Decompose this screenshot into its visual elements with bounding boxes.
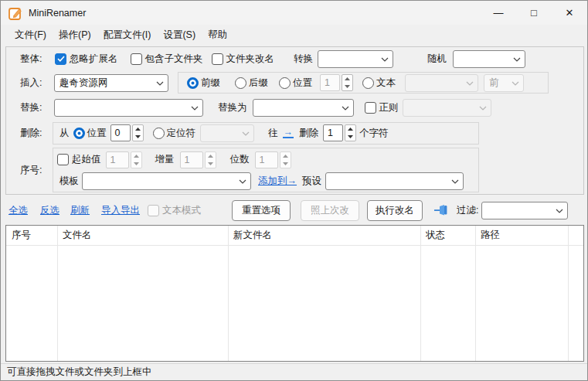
file-table[interactable]: 序号 文件名 新文件名 状态 路径 — [5, 225, 584, 362]
add-to-link[interactable]: 添加到→ — [258, 175, 297, 188]
folder-rename-checkbox[interactable]: 文件夹改名 — [212, 53, 275, 66]
spinner-down-icon[interactable] — [342, 83, 352, 90]
column-header-filename[interactable]: 文件名 — [57, 229, 228, 242]
row-delete: 删除: 从 位置 0 定位符 — [6, 120, 583, 146]
radio-icon — [235, 77, 246, 89]
chevron-down-icon — [513, 57, 521, 62]
insert-custom-text-combo — [405, 74, 478, 92]
chevron-down-icon — [512, 81, 519, 86]
prefix-radio[interactable]: 前缀 — [187, 77, 220, 90]
checkbox-label: 起始值 — [72, 153, 101, 166]
invert-selection-link[interactable]: 反选 — [40, 204, 59, 217]
regex-checkbox[interactable]: 正则 — [365, 101, 399, 114]
preset-label: 预设 — [302, 175, 321, 188]
radio-label: 位置 — [87, 127, 107, 140]
delete-count-stepper[interactable] — [345, 124, 356, 141]
file-list-drop-area[interactable] — [6, 246, 583, 361]
pin-icon[interactable] — [434, 204, 450, 216]
row-overall: 整体: 忽略扩展名 包含子文件夹 文件夹改名 转换 随机 — [6, 47, 583, 70]
random-select[interactable] — [453, 50, 525, 68]
digits-input: 1 — [255, 151, 278, 168]
column-header-path[interactable]: 路径 — [475, 229, 568, 242]
insert-direction-select: 前 — [484, 74, 524, 92]
insert-text-combo[interactable]: 趣奇资源网 — [54, 74, 168, 92]
text-radio[interactable]: 文本 — [362, 77, 396, 90]
replace-with-combo[interactable] — [253, 99, 354, 117]
delete-position-radio[interactable]: 位置 — [73, 127, 107, 140]
start-value-checkbox[interactable]: 起始值 — [57, 153, 101, 166]
replace-find-combo[interactable] — [54, 99, 203, 117]
serial-options-group: 起始值 1 增量 1 位数 1 — [53, 148, 479, 192]
app-icon — [8, 6, 22, 20]
convert-label: 转换 — [294, 53, 313, 66]
checkmark-icon — [55, 53, 66, 65]
insert-label: 插入: — [20, 77, 53, 90]
titlebar[interactable]: MiniRenamer — □ ✕ — [1, 1, 587, 25]
column-header-index[interactable]: 序号 — [6, 229, 57, 242]
column-header-newname[interactable]: 新文件名 — [228, 229, 420, 242]
column-header-status[interactable]: 状态 — [420, 229, 475, 242]
insert-position-stepper[interactable] — [342, 74, 353, 91]
menu-file[interactable]: 文件(F) — [8, 26, 53, 44]
replace-mode-select — [403, 99, 491, 117]
delete-position-input[interactable]: 0 — [110, 124, 131, 141]
delete-count-label: 删除 — [299, 127, 318, 140]
execute-rename-button[interactable]: 执行改名 — [367, 200, 423, 221]
spinner-up-icon[interactable] — [133, 125, 143, 133]
maximize-button[interactable]: □ — [516, 1, 552, 25]
filter-label: 过滤: — [457, 204, 478, 217]
spinner-up-icon[interactable] — [345, 125, 355, 133]
checkbox-label: 文本模式 — [162, 204, 201, 217]
apply-last-button: 照上次改 — [301, 200, 359, 221]
spinner-down-icon — [280, 160, 291, 168]
spinner-down-icon[interactable] — [133, 133, 143, 141]
refresh-link[interactable]: 刷新 — [70, 204, 90, 217]
insert-position-input[interactable]: 1 — [320, 74, 340, 91]
window-title: MiniRenamer — [29, 8, 86, 19]
minimize-button[interactable]: — — [481, 1, 516, 25]
checkbox-label: 文件夹改名 — [226, 53, 275, 66]
minirenamer-window: MiniRenamer — □ ✕ 文件(F) 操作(P) 配置文件(I) 设置… — [0, 0, 588, 381]
menu-settings[interactable]: 设置(S) — [157, 26, 202, 44]
radio-label: 前缀 — [201, 77, 220, 90]
spinner-down-icon[interactable] — [345, 133, 355, 141]
select-all-link[interactable]: 全选 — [8, 204, 28, 217]
chevron-down-icon — [242, 131, 250, 136]
spinner-up-icon — [131, 152, 141, 160]
row-replace: 替换: 替换为 正则 — [6, 95, 583, 120]
position-radio[interactable]: 位置 — [279, 77, 312, 90]
filter-select[interactable] — [481, 202, 568, 219]
include-subfolder-checkbox[interactable]: 包含子文件夹 — [131, 53, 203, 66]
import-export-link[interactable]: 导入导出 — [101, 204, 140, 217]
reset-options-button[interactable]: 重置选项 — [232, 200, 291, 221]
checkbox-box-icon — [57, 154, 69, 165]
template-combo[interactable] — [82, 172, 251, 190]
delete-position-stepper[interactable] — [132, 124, 144, 141]
chevron-down-icon — [479, 106, 487, 111]
row-insert: 插入: 趣奇资源网 前缀 后缀 位置 1 — [6, 70, 583, 95]
preset-combo[interactable] — [325, 172, 464, 190]
convert-select[interactable] — [318, 50, 393, 68]
close-button[interactable]: ✕ — [552, 1, 587, 25]
suffix-radio[interactable]: 后缀 — [235, 77, 268, 90]
serial-label: 序号: — [20, 164, 53, 177]
delete-direction-toggle-icon[interactable]: → — [283, 128, 294, 138]
checkbox-box-icon — [131, 53, 142, 65]
spinner-up-icon — [280, 152, 291, 160]
menu-help[interactable]: 帮助 — [202, 26, 233, 44]
radio-label: 文本 — [376, 77, 396, 90]
spinner-up-icon[interactable] — [342, 75, 352, 83]
window-controls: — □ ✕ — [481, 1, 587, 25]
delete-anchor-radio[interactable]: 定位符 — [153, 127, 196, 140]
spinner-up-icon — [206, 152, 216, 160]
toolbar: 全选 反选 刷新 导入导出 文本模式 重置选项 照上次改 执行改名 过滤: — [1, 199, 587, 222]
menu-action[interactable]: 操作(P) — [53, 26, 97, 44]
checkbox-box-icon — [148, 205, 159, 216]
replace-with-label: 替换为 — [218, 101, 247, 114]
chevron-down-icon — [156, 81, 164, 86]
chevron-down-icon — [239, 179, 246, 184]
delete-count-input[interactable]: 1 — [323, 124, 343, 141]
menu-profile[interactable]: 配置文件(I) — [97, 26, 158, 44]
ignore-extension-checkbox[interactable]: 忽略扩展名 — [55, 53, 118, 66]
radio-label: 定位符 — [167, 127, 196, 140]
